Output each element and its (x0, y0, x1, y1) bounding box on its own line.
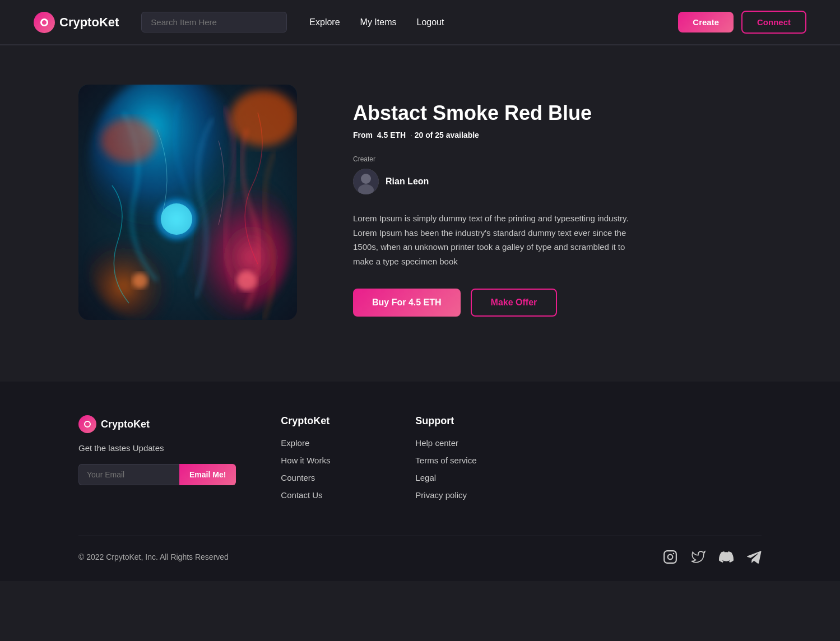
footer-email-row: Email Me! (78, 464, 236, 485)
footer-col-cryptoket: CryptoKet Explore How it Works Counters … (281, 415, 370, 508)
navbar: CryptoKet Explore My Items Logout Create… (0, 0, 840, 45)
svg-point-14 (668, 555, 673, 560)
make-offer-button[interactable]: Make Offer (471, 289, 558, 317)
logo-text: CryptoKet (59, 15, 119, 30)
svg-point-11 (361, 174, 371, 184)
create-button[interactable]: Create (678, 12, 734, 32)
footer-tagline: Get the lastes Updates (78, 443, 236, 453)
footer-link-help-center[interactable]: Help center (415, 438, 505, 448)
nav-logout[interactable]: Logout (416, 17, 444, 27)
social-icons (663, 550, 762, 564)
footer-top: CryptoKet Get the lastes Updates Email M… (78, 415, 762, 508)
logo-icon (34, 12, 55, 33)
footer-logo-text: CryptoKet (101, 419, 150, 430)
footer-logo: CryptoKet (78, 415, 236, 433)
footer-logo-icon (78, 415, 96, 433)
footer-col-support: Support Help center Terms of service Leg… (415, 415, 505, 508)
search-input[interactable] (141, 12, 287, 32)
footer-link-counters[interactable]: Counters (281, 473, 370, 482)
svg-point-8 (230, 90, 297, 146)
logo: CryptoKet (34, 12, 119, 33)
nft-details: Abstact Smoke Red Blue From 4.5 ETH · 20… (353, 85, 762, 317)
footer-link-terms[interactable]: Terms of service (415, 456, 505, 465)
nft-image (78, 85, 297, 320)
navbar-right: Create Connect (678, 11, 806, 34)
svg-point-15 (673, 553, 675, 555)
footer-link-privacy[interactable]: Privacy policy (415, 490, 505, 500)
footer-brand: CryptoKet Get the lastes Updates Email M… (78, 415, 236, 485)
svg-point-9 (101, 118, 157, 163)
discord-icon[interactable] (719, 550, 734, 564)
footer-link-how-it-works[interactable]: How it Works (281, 456, 370, 465)
svg-point-7 (132, 273, 148, 289)
nav-links: Explore My Items Logout (309, 17, 444, 27)
avatar (353, 169, 379, 194)
nft-subtitle: From 4.5 ETH · 20 of 25 available (353, 131, 762, 140)
footer: CryptoKet Get the lastes Updates Email M… (0, 382, 840, 581)
svg-point-6 (236, 271, 257, 291)
price-label: From (353, 131, 373, 140)
footer-bottom: © 2022 CrpytoKet, Inc. All Rights Reserv… (78, 536, 762, 564)
footer-col-support-title: Support (415, 415, 505, 427)
nft-availability: 20 of 25 available (415, 131, 479, 140)
svg-point-5 (161, 203, 192, 235)
instagram-icon[interactable] (663, 550, 677, 564)
footer-link-legal[interactable]: Legal (415, 473, 505, 482)
main-content: Abstact Smoke Red Blue From 4.5 ETH · 20… (0, 45, 840, 359)
nft-title: Abstact Smoke Red Blue (353, 101, 762, 125)
creator-label: Creater (353, 155, 762, 163)
twitter-icon[interactable] (691, 550, 706, 564)
svg-rect-13 (664, 551, 676, 563)
buy-button[interactable]: Buy For 4.5 ETH (353, 289, 461, 317)
nft-description: Lorem Ipsum is simply dummy text of the … (353, 211, 633, 268)
footer-link-contact-us[interactable]: Contact Us (281, 490, 370, 500)
creator-name: Rian Leon (386, 176, 429, 187)
nav-explore[interactable]: Explore (309, 17, 340, 27)
footer-copyright: © 2022 CrpytoKet, Inc. All Rights Reserv… (78, 552, 229, 561)
nft-image-svg (78, 85, 297, 320)
telegram-icon[interactable] (747, 550, 762, 564)
email-me-button[interactable]: Email Me! (179, 464, 236, 485)
creator-row: Rian Leon (353, 169, 762, 194)
action-buttons: Buy For 4.5 ETH Make Offer (353, 289, 762, 317)
email-input[interactable] (78, 464, 179, 485)
nav-my-items[interactable]: My Items (360, 17, 397, 27)
footer-link-explore[interactable]: Explore (281, 438, 370, 448)
footer-col-cryptoket-title: CryptoKet (281, 415, 370, 427)
connect-button[interactable]: Connect (741, 11, 806, 34)
nft-price: 4.5 ETH (377, 131, 406, 140)
